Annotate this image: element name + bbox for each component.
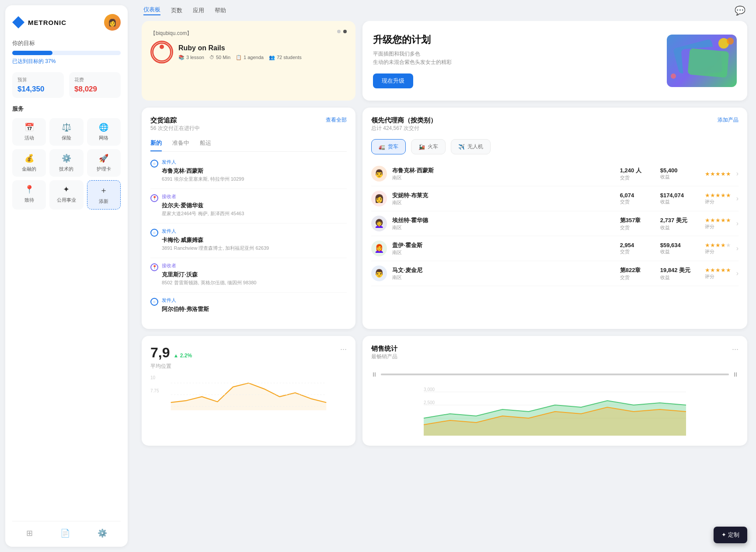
agent-rev-lbl-5: 收益 [660, 274, 700, 281]
line-chart-svg [150, 375, 347, 410]
agent-stat-4: 2,954 交货 [620, 242, 655, 255]
service-insurance[interactable]: ⚖️ 保险 [49, 118, 83, 146]
document-icon[interactable]: 📄 [60, 528, 70, 538]
nav-apps[interactable]: 应用 [193, 7, 204, 14]
rating-lbl-5: 评分 [705, 273, 731, 280]
svg-text:3,000: 3,000 [424, 387, 435, 392]
service-activity[interactable]: 📅 活动 [12, 118, 46, 146]
agent-arrow-5[interactable]: › [736, 269, 739, 277]
upgrade-image [667, 35, 737, 87]
service-network[interactable]: 🌐 网络 [87, 118, 121, 146]
tech-icon: ⚙️ [62, 154, 71, 163]
tab-drone[interactable]: ✈️ 无人机 [451, 139, 491, 154]
svg-text:2,500: 2,500 [424, 400, 435, 405]
notification-icon[interactable]: 💬 [735, 5, 746, 16]
course-agenda: 📋 1 agenda [236, 55, 264, 60]
stat-value: 7,9 [150, 345, 170, 361]
hospitality-icon: 📍 [24, 185, 34, 194]
customize-button[interactable]: ✦ 定制 [714, 527, 747, 543]
sales-more-icon[interactable]: ··· [732, 345, 739, 354]
agents-header: 领先代理商（按类别） 总计 424,567 次交付 添加产品 [371, 116, 739, 137]
settings-icon[interactable]: ⚙️ [98, 528, 107, 538]
stars-5: ★★★★★ [705, 267, 731, 273]
receiver-icon-1: 📍 [150, 194, 158, 202]
nav-dashboard[interactable]: 仪表板 [143, 6, 160, 15]
avatar[interactable]: 👩 [104, 14, 121, 31]
layers-icon[interactable]: ⊞ [26, 528, 33, 538]
delivery-info-2: 接收者 拉尔夫·爱德华兹 星家大道2464号 梅萨, 新泽西州 45463 [162, 193, 244, 217]
agent-arrow-1[interactable]: › [736, 170, 739, 178]
agent-stat-1: 1,240 人 交货 [620, 167, 655, 181]
sender-name-3: 阿尔伯特·弗洛雷斯 [162, 305, 209, 313]
course-lessons: 📚 3 lesson [178, 55, 204, 60]
course-logo-dot [160, 45, 164, 49]
dots [337, 30, 347, 33]
agent-revenue-3: 2,737 美元 收益 [660, 217, 700, 231]
rating-lbl-4: 评分 [705, 248, 731, 255]
service-tech[interactable]: ⚙️ 技术的 [49, 149, 83, 177]
agent-region-1: 南区 [392, 175, 615, 181]
sales-slider-track [381, 374, 729, 375]
insurance-label: 保险 [62, 135, 71, 141]
upgrade-button[interactable]: 现在升级 [373, 73, 413, 88]
nav-help[interactable]: 帮助 [215, 7, 226, 14]
tech-label: 技术的 [59, 166, 73, 172]
nav-pages[interactable]: 页数 [171, 7, 182, 14]
tab-train[interactable]: 🚂 火车 [411, 139, 446, 154]
sales-header: 销售统计 最畅销产品 ··· [371, 345, 739, 366]
content-area: 【biqubiqu.com】 Ruby on Rails 📚 3 less [133, 21, 756, 552]
agent-tx-lbl-3: 交货 [620, 224, 655, 231]
progress-bar-outer [12, 51, 121, 55]
tab-shipping[interactable]: 船运 [200, 139, 211, 151]
service-utilities[interactable]: ✦ 公用事业 [49, 180, 83, 210]
agent-row-3: 👩‍🦱 埃丝特·霍华德 南区 第357章 交货 2,737 美元 收益 ★ [371, 211, 739, 236]
stat-label: 平均位置 [150, 363, 192, 370]
stats-values: 7,9 ▲ 2.2% 平均位置 [150, 345, 192, 370]
service-care[interactable]: 🚀 护理卡 [87, 149, 121, 177]
course-details: Ruby on Rails 📚 3 lesson ⏱ 50 Min 📋 1 ag… [178, 44, 302, 60]
agent-arrow-2[interactable]: › [736, 195, 739, 203]
receiver-name-1: 拉尔夫·爱德华兹 [162, 202, 244, 210]
stats-value-row: 7,9 ▲ 2.2% [150, 345, 192, 361]
tab-new[interactable]: 新的 [150, 139, 162, 151]
stats-more-icon[interactable]: ··· [340, 345, 347, 354]
delivery-row-3: ○ 发件人 卡梅伦·威廉姆森 3891 Ranchview 理查森博士, 加利福… [150, 228, 347, 252]
sender-name-1: 布鲁克林·西蒙斯 [162, 167, 244, 175]
logo-icon [12, 16, 24, 28]
utilities-label: 公用事业 [57, 197, 76, 203]
network-label: 网络 [99, 135, 108, 141]
agent-name-5: 马文·麦金尼 [392, 266, 615, 274]
delivery-item-2: 📍 接收者 拉尔夫·爱德华兹 星家大道2464号 梅萨, 新泽西州 45463 [150, 193, 347, 217]
tab-truck[interactable]: 🚛 货车 [371, 139, 406, 154]
view-all-link[interactable]: 查看全部 [326, 116, 347, 124]
train-icon: 🚂 [418, 144, 425, 150]
agent-rev-lbl-4: 收益 [660, 248, 700, 255]
agent-tx-2: 6,074 [620, 192, 655, 199]
goal-percent: 已达到目标的 37% [12, 58, 121, 65]
agent-stat-3: 第357章 交货 [620, 217, 655, 231]
services-title: 服务 [12, 105, 121, 113]
sender-label-3: 发件人 [162, 297, 209, 304]
agent-arrow-3[interactable]: › [736, 220, 739, 227]
delivery-row-4: 📍 接收者 克里斯汀·沃森 8502 普雷斯顿路, 英格尔伍德, 缅因州 983… [150, 262, 347, 286]
agent-revenue-4: $59,634 收益 [660, 242, 700, 255]
agent-rev-val-3: 2,737 美元 [660, 217, 700, 224]
delivery-title-group: 交货追踪 56 次交付正在进行中 [150, 116, 200, 137]
upgrade-title: 升级您的计划 [373, 33, 660, 46]
agent-arrow-4[interactable]: › [736, 245, 739, 252]
expense-label: 花费 [74, 77, 115, 83]
delivery-item-5: ○ 发件人 阿尔伯特·弗洛雷斯 [150, 297, 347, 314]
service-finance[interactable]: 💰 金融的 [12, 149, 46, 177]
tab-preparing[interactable]: 准备中 [172, 139, 189, 151]
service-add[interactable]: ＋ 添新 [87, 180, 121, 210]
agent-rev-lbl-3: 收益 [660, 224, 700, 231]
agent-row-2: 👩 安妮特·布莱克 南区 6,074 交货 $174,074 收益 ★★★★ [371, 186, 739, 211]
agents-title-group: 领先代理商（按类别） 总计 424,567 次交付 [371, 116, 437, 137]
stat-change: ▲ 2.2% [173, 353, 192, 359]
add-product-btn[interactable]: 添加产品 [718, 116, 739, 124]
agent-avatar-5: 👨 [371, 266, 387, 281]
dot2 [343, 30, 347, 33]
service-hospitality[interactable]: 📍 致待 [12, 180, 46, 210]
agent-name-4: 盖伊·霍金斯 [392, 241, 615, 249]
agent-tx-1: 1,240 人 [620, 167, 655, 175]
